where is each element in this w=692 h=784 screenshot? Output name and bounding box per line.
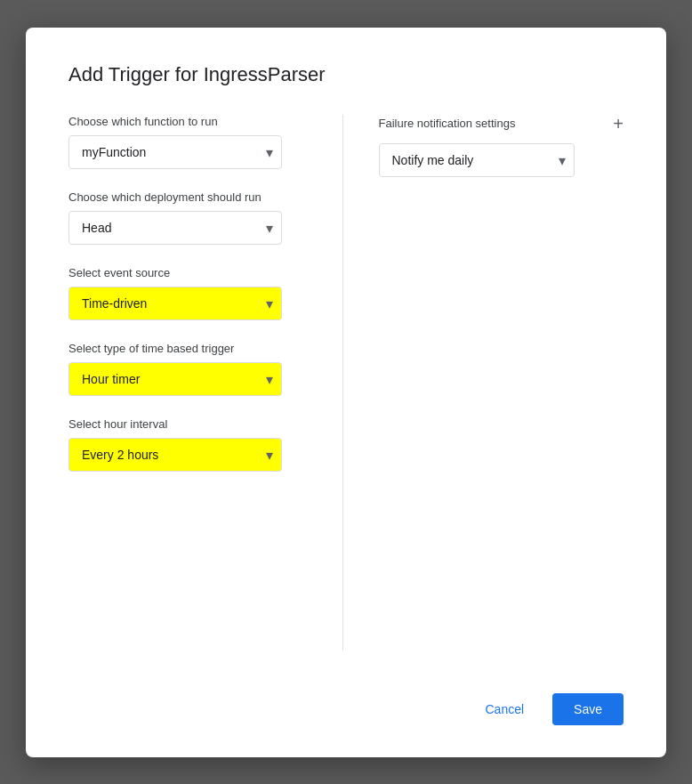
notify-select[interactable]: Notify me daily bbox=[379, 143, 575, 177]
deployment-field-group: Choose which deployment should run Head … bbox=[68, 190, 314, 245]
deployment-select-wrapper: Head ▾ bbox=[68, 211, 282, 245]
function-label: Choose which function to run bbox=[68, 115, 314, 128]
event-source-select[interactable]: Time-driven bbox=[68, 287, 282, 320]
modal-title: Add Trigger for IngressParser bbox=[68, 63, 624, 86]
right-column: Failure notification settings + Notify m… bbox=[343, 115, 624, 651]
hour-interval-label: Select hour interval bbox=[68, 417, 314, 431]
notification-header: Failure notification settings + bbox=[379, 115, 624, 133]
hour-interval-field-group: Select hour interval Every 2 hours ▾ bbox=[68, 417, 314, 472]
time-type-label: Select type of time based trigger bbox=[68, 342, 314, 355]
function-select[interactable]: myFunction bbox=[68, 135, 282, 169]
modal-footer: Cancel Save bbox=[68, 679, 624, 725]
event-source-select-wrapper: Time-driven ▾ bbox=[68, 287, 282, 320]
left-column: Choose which function to run myFunction … bbox=[68, 115, 343, 651]
deployment-label: Choose which deployment should run bbox=[68, 190, 314, 204]
deployment-select[interactable]: Head bbox=[68, 211, 282, 245]
cancel-button[interactable]: Cancel bbox=[467, 693, 542, 725]
function-field-group: Choose which function to run myFunction … bbox=[68, 115, 314, 169]
time-type-field-group: Select type of time based trigger Hour t… bbox=[68, 342, 314, 396]
hour-interval-select[interactable]: Every 2 hours bbox=[68, 438, 282, 472]
save-button[interactable]: Save bbox=[552, 693, 624, 725]
time-type-select[interactable]: Hour timer bbox=[68, 362, 282, 396]
hour-interval-select-wrapper: Every 2 hours ▾ bbox=[68, 438, 282, 472]
function-select-wrapper: myFunction ▾ bbox=[68, 135, 282, 169]
modal-body: Choose which function to run myFunction … bbox=[68, 115, 624, 651]
modal-overlay: Add Trigger for IngressParser Choose whi… bbox=[0, 0, 692, 784]
time-type-select-wrapper: Hour timer ▾ bbox=[68, 362, 282, 396]
event-source-label: Select event source bbox=[68, 266, 314, 279]
notification-label: Failure notification settings bbox=[379, 117, 516, 130]
event-source-field-group: Select event source Time-driven ▾ bbox=[68, 266, 314, 320]
notify-select-wrapper: Notify me daily ▾ bbox=[379, 143, 575, 177]
add-notification-icon[interactable]: + bbox=[613, 115, 624, 133]
modal-dialog: Add Trigger for IngressParser Choose whi… bbox=[26, 28, 666, 757]
